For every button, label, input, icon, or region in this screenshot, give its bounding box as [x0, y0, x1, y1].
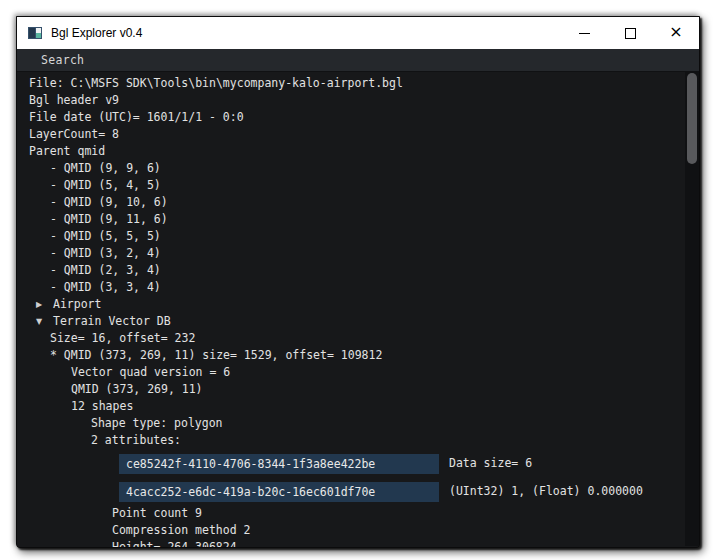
tree-line: LayerCount= 8	[17, 126, 699, 143]
attribute-value: (UInt32) 1, (Float) 0.000000	[449, 484, 643, 498]
tree-line: Shape type: polygon	[17, 415, 699, 432]
tree-line: Compression method 2	[17, 522, 699, 539]
tree-line: * QMID (373, 269, 11) size= 1529, offset…	[17, 347, 699, 364]
tree-line: - QMID (3, 2, 4)	[17, 245, 699, 262]
desktop: { "window": { "title": "Bgl Explorer v0.…	[0, 0, 719, 560]
tree-line: Vector quad version = 6	[17, 364, 699, 381]
guid-value[interactable]: 4cacc252-e6dc-419a-b20c-16ec601df70e	[119, 482, 439, 502]
title-bar[interactable]: Bgl Explorer v0.4 ×	[17, 17, 699, 49]
collapse-triangle-icon[interactable]: ▼	[36, 313, 53, 330]
tree-line: - QMID (3, 3, 4)	[17, 279, 699, 296]
tree-line: Height= 264.306824	[17, 539, 699, 547]
menu-bar: Search	[17, 49, 699, 72]
attribute-value: Data size= 6	[449, 456, 532, 470]
app-window: Bgl Explorer v0.4 × Search File: C:\MSFS…	[16, 16, 700, 548]
scrollbar-thumb[interactable]	[687, 73, 697, 164]
tree-line: - QMID (9, 9, 6)	[17, 160, 699, 177]
tree-line: 2 attributes:	[17, 432, 699, 449]
menu-item-search[interactable]: Search	[41, 53, 84, 67]
tree-node-label: Terrain Vector DB	[53, 314, 171, 328]
tree-line: - QMID (5, 5, 5)	[17, 228, 699, 245]
vertical-scrollbar[interactable]	[685, 72, 699, 546]
app-icon	[27, 25, 43, 41]
window-controls: ×	[561, 17, 699, 49]
tree-line: - QMID (2, 3, 4)	[17, 262, 699, 279]
tree-line: Parent qmid	[17, 143, 699, 160]
minimize-icon	[579, 33, 590, 34]
tree-line: Bgl header v9	[17, 92, 699, 109]
tree-line: - QMID (9, 10, 6)	[17, 194, 699, 211]
minimize-button[interactable]	[561, 17, 607, 49]
tree-toggle-row[interactable]: ▶Airport	[17, 296, 699, 313]
guid-value[interactable]: ce85242f-4110-4706-8344-1f3a8ee422be	[119, 454, 439, 474]
attribute-guid-row: ce85242f-4110-4706-8344-1f3a8ee422beData…	[17, 449, 699, 477]
tree-node-label: Airport	[53, 297, 101, 311]
close-button[interactable]: ×	[653, 17, 699, 49]
maximize-icon	[625, 28, 636, 39]
window-title: Bgl Explorer v0.4	[51, 26, 142, 40]
tree-toggle-row[interactable]: ▼Terrain Vector DB	[17, 313, 699, 330]
tree-line: File: C:\MSFS SDK\Tools\bin\mycompany-ka…	[17, 75, 699, 92]
tree-line: File date (UTC)= 1601/1/1 - 0:0	[17, 109, 699, 126]
tree-line: Point count 9	[17, 505, 699, 522]
attribute-guid-row: 4cacc252-e6dc-419a-b20c-16ec601df70e(UIn…	[17, 477, 699, 505]
close-icon: ×	[669, 24, 682, 40]
tree-line: Size= 16, offset= 232	[17, 330, 699, 347]
tree-line: 12 shapes	[17, 398, 699, 415]
maximize-button[interactable]	[607, 17, 653, 49]
tree-line: - QMID (9, 11, 6)	[17, 211, 699, 228]
expand-triangle-icon[interactable]: ▶	[36, 296, 53, 313]
tree-line: QMID (373, 269, 11)	[17, 381, 699, 398]
tree-content: File: C:\MSFS SDK\Tools\bin\mycompany-ka…	[17, 72, 699, 547]
tree-line: - QMID (5, 4, 5)	[17, 177, 699, 194]
